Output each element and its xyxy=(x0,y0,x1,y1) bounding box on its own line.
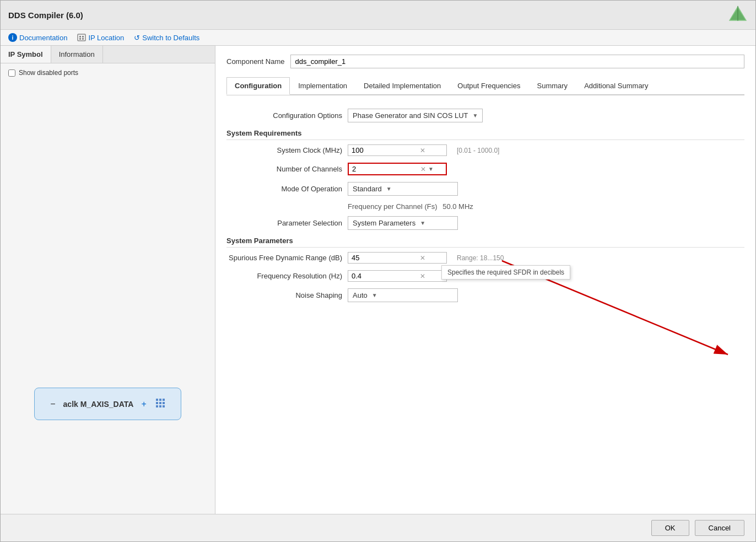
symbol-grid-icon[interactable] xyxy=(155,398,165,410)
num-channels-label: Number of Channels xyxy=(226,165,342,173)
config-options-label: Configuration Options xyxy=(226,111,342,120)
noise-shaping-value: Auto xyxy=(353,291,368,299)
svg-rect-11 xyxy=(156,402,158,404)
svg-rect-15 xyxy=(159,405,161,407)
num-channels-input-wrapper: ✕ ▼ xyxy=(348,163,447,175)
noise-shaping-arrow: ▼ xyxy=(372,292,377,298)
config-options-arrow: ▼ xyxy=(473,112,478,119)
ok-button[interactable]: OK xyxy=(651,520,689,536)
tab-configuration[interactable]: Configuration xyxy=(226,77,290,95)
tab-ip-symbol[interactable]: IP Symbol xyxy=(1,46,51,63)
show-disabled-checkbox[interactable] xyxy=(8,69,15,77)
tab-information[interactable]: Information xyxy=(51,46,103,63)
sfdr-range: Range: 18...150 xyxy=(457,254,504,262)
num-channels-clear-btn[interactable]: ✕ xyxy=(420,165,426,173)
documentation-label: Documentation xyxy=(19,34,67,42)
symbol-area: − aclk M_AXIS_DATA + xyxy=(1,294,215,514)
switch-defaults-label: Switch to Defaults xyxy=(142,34,199,42)
noise-shaping-label: Noise Shaping xyxy=(226,291,342,299)
freq-per-channel-row: Frequency per Channel (Fs) 50.0 MHz xyxy=(342,202,744,211)
config-options-dropdown[interactable]: Phase Generator and SIN COS LUT ▼ xyxy=(348,109,483,122)
show-disabled-row: Show disabled ports xyxy=(8,69,207,77)
documentation-button[interactable]: i Documentation xyxy=(8,33,67,42)
freq-resolution-clear-btn[interactable]: ✕ xyxy=(420,272,425,280)
symbol-label: aclk M_AXIS_DATA xyxy=(63,400,134,409)
mode-operation-label: Mode Of Operation xyxy=(226,185,342,193)
system-requirements-title: System Requirements xyxy=(226,129,744,140)
freq-per-channel-label: Frequency per Channel (Fs) xyxy=(348,202,438,211)
config-tabs: Configuration Implementation Detailed Im… xyxy=(226,77,744,95)
title-bar: DDS Compiler (6.0) xyxy=(1,1,755,30)
svg-rect-9 xyxy=(159,399,161,401)
left-tab-content: Show disabled ports xyxy=(1,63,215,294)
sfdr-clear-btn[interactable]: ✕ xyxy=(420,254,425,262)
refresh-icon: ↺ xyxy=(134,34,140,42)
grid-icon xyxy=(155,398,165,408)
svg-rect-4 xyxy=(79,36,81,37)
system-clock-label: System Clock (MHz) xyxy=(226,146,342,154)
svg-rect-14 xyxy=(156,405,158,407)
noise-shaping-dropdown[interactable]: Auto ▼ xyxy=(348,288,458,302)
symbol-plus-button[interactable]: + xyxy=(141,399,146,409)
sfdr-label: Spurious Free Dynamic Range (dB) xyxy=(226,254,342,262)
right-panel: Component Name Configuration Implementat… xyxy=(215,46,755,514)
param-selection-dropdown[interactable]: System Parameters ▼ xyxy=(348,216,458,230)
component-name-label: Component Name xyxy=(226,57,285,66)
system-clock-row: System Clock (MHz) ✕ [0.01 - 1000.0] xyxy=(226,144,744,156)
system-clock-range: [0.01 - 1000.0] xyxy=(457,147,499,154)
svg-rect-3 xyxy=(78,34,85,41)
sfdr-input[interactable] xyxy=(352,254,418,262)
num-channels-row: Number of Channels ✕ ▼ xyxy=(226,163,744,175)
system-clock-clear-btn[interactable]: ✕ xyxy=(420,147,425,154)
config-options-value: Phase Generator and SIN COS LUT xyxy=(353,111,468,120)
mode-operation-arrow: ▼ xyxy=(386,186,392,192)
sfdr-row: Spurious Free Dynamic Range (dB) ✕ Range… xyxy=(226,252,744,264)
freq-resolution-input[interactable] xyxy=(352,272,418,280)
svg-rect-10 xyxy=(163,399,165,401)
tab-output-frequencies[interactable]: Output Frequencies xyxy=(449,77,528,95)
component-name-input[interactable] xyxy=(290,55,745,68)
svg-rect-6 xyxy=(79,38,81,40)
mode-operation-value: Standard xyxy=(353,185,382,193)
sfdr-input-wrapper: ✕ xyxy=(348,252,447,264)
svg-rect-12 xyxy=(159,402,161,404)
switch-defaults-button[interactable]: ↺ Switch to Defaults xyxy=(134,34,199,42)
ip-symbol-box: − aclk M_AXIS_DATA + xyxy=(34,388,181,420)
logo-icon xyxy=(728,5,748,25)
svg-rect-8 xyxy=(156,399,158,401)
num-channels-input[interactable] xyxy=(352,165,418,173)
content-area: IP Symbol Information Show disabled port… xyxy=(1,46,755,514)
toolbar: i Documentation IP Location ↺ Switch to … xyxy=(1,30,755,46)
cancel-button[interactable]: Cancel xyxy=(695,520,744,536)
svg-rect-5 xyxy=(82,36,84,37)
svg-rect-7 xyxy=(82,38,84,40)
num-channels-arrow[interactable]: ▼ xyxy=(428,166,434,172)
svg-rect-13 xyxy=(163,402,165,404)
param-selection-label: Parameter Selection xyxy=(226,219,342,227)
param-selection-row: Parameter Selection System Parameters ▼ xyxy=(226,216,744,230)
config-options-row: Configuration Options Phase Generator an… xyxy=(226,109,744,122)
noise-shaping-row: Noise Shaping Auto ▼ xyxy=(226,288,744,302)
system-clock-input[interactable] xyxy=(352,146,418,154)
tab-summary[interactable]: Summary xyxy=(529,77,576,95)
config-content: Configuration Options Phase Generator an… xyxy=(226,101,744,316)
mode-operation-dropdown[interactable]: Standard ▼ xyxy=(348,182,458,196)
sfdr-tooltip: Specifies the required SFDR in decibels xyxy=(441,265,570,280)
tab-implementation[interactable]: Implementation xyxy=(290,77,355,95)
param-selection-arrow: ▼ xyxy=(420,220,425,226)
left-panel: IP Symbol Information Show disabled port… xyxy=(1,46,215,514)
param-selection-value: System Parameters xyxy=(353,219,415,227)
svg-rect-16 xyxy=(163,405,165,407)
system-parameters-title: System Parameters xyxy=(226,237,744,248)
window-title: DDS Compiler (6.0) xyxy=(8,10,83,20)
tab-additional-summary[interactable]: Additional Summary xyxy=(576,77,656,95)
component-name-row: Component Name xyxy=(226,55,744,68)
show-disabled-label: Show disabled ports xyxy=(19,69,78,77)
ip-location-button[interactable]: IP Location xyxy=(77,33,124,42)
main-window: DDS Compiler (6.0) i Documentation IP Lo… xyxy=(0,0,756,542)
info-icon: i xyxy=(8,33,17,42)
freq-resolution-label: Frequency Resolution (Hz) xyxy=(226,272,342,280)
tab-detailed-implementation[interactable]: Detailed Implementation xyxy=(355,77,449,95)
ip-location-icon xyxy=(77,33,86,42)
freq-resolution-input-wrapper: ✕ xyxy=(348,270,447,282)
